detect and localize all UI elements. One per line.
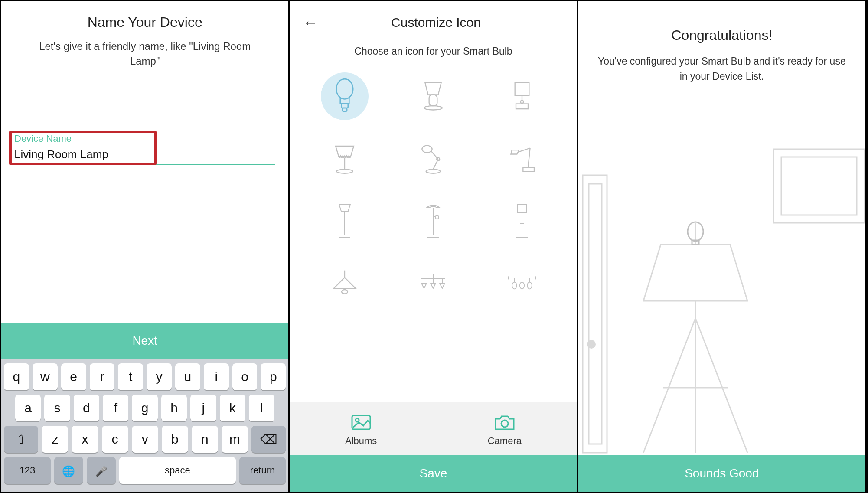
save-button[interactable]: Save — [290, 455, 577, 492]
key-c[interactable]: c — [102, 426, 128, 453]
key-e[interactable]: e — [61, 363, 86, 390]
globe-icon — [62, 463, 75, 478]
svg-rect-52 — [781, 157, 857, 215]
albums-button[interactable]: Albums — [345, 414, 377, 447]
device-name-label: Device Name — [14, 133, 275, 144]
icon-option-pendant[interactable] — [307, 258, 382, 310]
key-f[interactable]: f — [103, 395, 128, 421]
svg-rect-45 — [352, 415, 370, 429]
adjustable-desk-lamp-icon — [418, 139, 448, 178]
key-k[interactable]: k — [220, 395, 245, 421]
icon-option-floor-lamp[interactable] — [307, 195, 382, 247]
key-a[interactable]: a — [15, 395, 41, 421]
shift-icon — [16, 432, 26, 447]
room-illustration — [578, 145, 865, 457]
page-subtitle: You've configured your Smart Bulb and it… — [596, 54, 848, 84]
icon-option-bulb[interactable] — [321, 72, 369, 120]
key-y[interactable]: y — [147, 363, 172, 390]
svg-rect-25 — [517, 204, 527, 213]
camera-button[interactable]: Camera — [488, 414, 522, 447]
next-button[interactable]: Next — [1, 323, 288, 359]
key-b[interactable]: b — [162, 426, 188, 453]
icon-grid — [290, 57, 577, 314]
svg-line-17 — [528, 148, 530, 167]
key-u[interactable]: u — [175, 363, 200, 390]
key-r[interactable]: r — [90, 363, 115, 390]
backspace-icon — [260, 432, 277, 447]
sounds-good-button[interactable]: Sounds Good — [578, 455, 865, 492]
key-s[interactable]: s — [44, 395, 70, 421]
svg-point-4 — [424, 106, 442, 110]
svg-point-50 — [587, 340, 596, 349]
icon-option-arm-desk-lamp[interactable] — [484, 133, 560, 185]
arm-desk-lamp-icon — [507, 139, 537, 178]
floor-lamp-box-icon — [507, 202, 537, 241]
icon-option-floor-lamp-box[interactable] — [484, 195, 560, 247]
key-o[interactable]: o — [232, 363, 258, 390]
camera-icon — [494, 414, 516, 431]
key-d[interactable]: d — [74, 395, 99, 421]
key-backspace[interactable] — [251, 426, 286, 453]
key-z[interactable]: z — [42, 426, 68, 453]
svg-line-57 — [643, 318, 695, 453]
svg-point-15 — [426, 170, 441, 173]
key-l[interactable]: l — [249, 395, 274, 421]
svg-point-43 — [519, 282, 524, 289]
mic-icon — [95, 463, 107, 478]
key-t[interactable]: t — [118, 363, 143, 390]
page-title: Name Your Device — [1, 14, 288, 30]
icon-option-adjustable-desk-lamp[interactable] — [395, 133, 471, 185]
key-n[interactable]: n — [192, 426, 218, 453]
key-return[interactable]: return — [239, 457, 286, 484]
panel-name-device: Name Your Device Let's give it a friendl… — [1, 1, 290, 492]
icon-option-chandelier-3[interactable] — [395, 258, 471, 310]
table-lamp-shade-icon — [418, 77, 448, 116]
keyboard-row-1: q w e r t y u i o p — [4, 363, 286, 390]
icon-option-table-lamp-frill[interactable] — [307, 133, 382, 185]
keyboard-row-3: z x c v b n m — [4, 426, 286, 453]
svg-point-44 — [527, 282, 532, 289]
key-v[interactable]: v — [132, 426, 158, 453]
key-space[interactable]: space — [119, 457, 236, 484]
key-h[interactable]: h — [161, 395, 187, 421]
icon-option-torchiere[interactable] — [395, 195, 471, 247]
icon-option-desk-lamp-box[interactable] — [484, 70, 560, 122]
bulb-icon — [330, 77, 360, 116]
key-x[interactable]: x — [72, 426, 98, 453]
key-shift[interactable] — [4, 426, 38, 453]
svg-rect-5 — [515, 83, 529, 96]
albums-icon — [350, 414, 372, 431]
key-q[interactable]: q — [4, 363, 29, 390]
photo-source-bar: Albums Camera — [290, 402, 577, 455]
track-3-icon — [507, 264, 537, 303]
device-name-input[interactable] — [14, 145, 275, 165]
key-i[interactable]: i — [204, 363, 229, 390]
svg-point-22 — [435, 215, 439, 219]
key-numbers[interactable]: 123 — [4, 457, 51, 484]
svg-rect-48 — [583, 175, 607, 453]
icon-option-table-lamp-shade[interactable] — [395, 70, 471, 122]
key-m[interactable]: m — [222, 426, 248, 453]
svg-rect-49 — [589, 184, 602, 444]
key-mic[interactable] — [87, 457, 116, 484]
key-p[interactable]: p — [261, 363, 286, 390]
svg-point-30 — [342, 290, 348, 294]
camera-label: Camera — [488, 435, 522, 446]
svg-line-16 — [518, 148, 530, 152]
keyboard-row-4: 123 space return — [4, 457, 286, 484]
header: ← Customize Icon — [290, 1, 577, 33]
keyboard-row-2: a s d f g h j k l — [4, 395, 286, 421]
svg-point-54 — [688, 222, 703, 241]
key-g[interactable]: g — [132, 395, 157, 421]
svg-rect-3 — [429, 95, 437, 106]
key-j[interactable]: j — [190, 395, 216, 421]
key-globe[interactable] — [54, 457, 83, 484]
onscreen-keyboard: q w e r t y u i o p a s d f g h j k l z … — [1, 359, 288, 492]
pendant-icon — [330, 264, 360, 303]
icon-option-track-3[interactable] — [484, 258, 560, 310]
svg-point-0 — [336, 79, 353, 99]
albums-label: Albums — [345, 435, 377, 446]
key-w[interactable]: w — [33, 363, 58, 390]
svg-rect-1 — [342, 104, 348, 108]
page-title: Congratulations! — [596, 27, 848, 43]
